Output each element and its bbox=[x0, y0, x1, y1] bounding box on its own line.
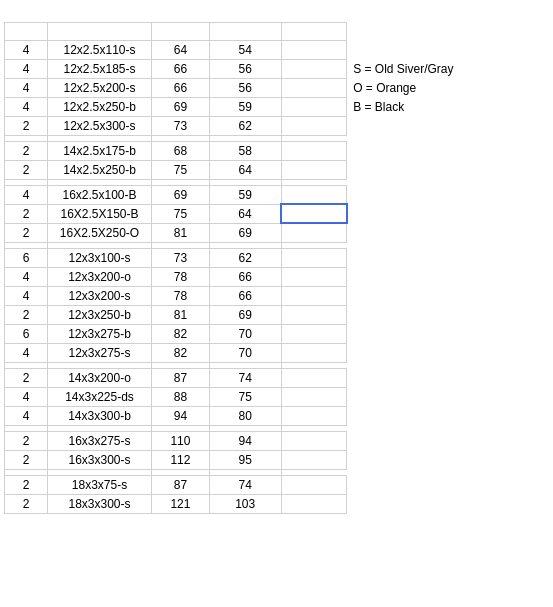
cell-sale: 54 bbox=[209, 40, 281, 59]
cell-sale: 69 bbox=[209, 305, 281, 324]
cell-pn: 12x3x250-b bbox=[48, 305, 152, 324]
header-mspr bbox=[152, 22, 210, 40]
cell-pn: 16x3x275-s bbox=[48, 431, 152, 450]
cell-legend bbox=[347, 185, 460, 204]
cell-extra3 bbox=[460, 494, 549, 513]
title bbox=[5, 4, 282, 22]
cell-mspr: 75 bbox=[152, 204, 210, 223]
cell-pn: 18x3x300-s bbox=[48, 494, 152, 513]
cell-extra3 bbox=[460, 450, 549, 469]
header-qty bbox=[5, 22, 48, 40]
cell-legend bbox=[347, 406, 460, 425]
cell-extra1 bbox=[281, 248, 347, 267]
main-table: 412x2.5x110-s6454412x2.5x185-s6656S = Ol… bbox=[4, 4, 549, 514]
cell-qty: 2 bbox=[5, 368, 48, 387]
cell-legend bbox=[347, 368, 460, 387]
cell-pn: 12x3x200-s bbox=[48, 286, 152, 305]
cell-pn: 18x3x75-s bbox=[48, 475, 152, 494]
cell-sale: 66 bbox=[209, 267, 281, 286]
cell-pn: 12x2.5x185-s bbox=[48, 59, 152, 78]
extra-header-2 bbox=[347, 4, 460, 22]
cell-pn: 14x3x300-b bbox=[48, 406, 152, 425]
cell-qty: 2 bbox=[5, 223, 48, 242]
cell-extra3 bbox=[460, 324, 549, 343]
cell-qty: 2 bbox=[5, 160, 48, 179]
cell-mspr: 68 bbox=[152, 141, 210, 160]
cell-mspr: 88 bbox=[152, 387, 210, 406]
cell-extra1 bbox=[281, 431, 347, 450]
cell-mspr: 87 bbox=[152, 368, 210, 387]
cell-extra3 bbox=[460, 59, 549, 78]
legend-s bbox=[347, 22, 460, 40]
cell-sale: 74 bbox=[209, 475, 281, 494]
cell-extra1 bbox=[281, 78, 347, 97]
cell-pn: 16x2.5x100-B bbox=[48, 185, 152, 204]
cell-sale: 95 bbox=[209, 450, 281, 469]
cell-legend bbox=[347, 267, 460, 286]
cell-qty: 4 bbox=[5, 267, 48, 286]
cell-qty: 4 bbox=[5, 97, 48, 116]
cell-sale: 62 bbox=[209, 116, 281, 135]
extra-header-1 bbox=[281, 4, 347, 22]
cell-extra1 bbox=[281, 116, 347, 135]
cell-extra1 bbox=[281, 141, 347, 160]
cell-pn: 12x3x275-b bbox=[48, 324, 152, 343]
cell-qty: 4 bbox=[5, 78, 48, 97]
cell-sale: 74 bbox=[209, 368, 281, 387]
cell-mspr: 121 bbox=[152, 494, 210, 513]
header-sale bbox=[209, 22, 281, 40]
cell-qty: 2 bbox=[5, 475, 48, 494]
cell-extra1 bbox=[281, 59, 347, 78]
cell-mspr: 66 bbox=[152, 59, 210, 78]
cell-pn: 14x3x225-ds bbox=[48, 387, 152, 406]
cell-qty: 2 bbox=[5, 116, 48, 135]
cell-extra3 bbox=[460, 267, 549, 286]
cell-mspr: 112 bbox=[152, 450, 210, 469]
cell-extra3 bbox=[460, 286, 549, 305]
cell-extra3 bbox=[460, 40, 549, 59]
cell-qty: 4 bbox=[5, 406, 48, 425]
cell-legend bbox=[347, 160, 460, 179]
cell-qty: 2 bbox=[5, 204, 48, 223]
cell-extra3 bbox=[460, 141, 549, 160]
cell-pn: 14x3x200-o bbox=[48, 368, 152, 387]
cell-mspr: 94 bbox=[152, 406, 210, 425]
cell-extra3 bbox=[460, 305, 549, 324]
cell-mspr: 73 bbox=[152, 248, 210, 267]
cell-legend: S = Old Siver/Gray bbox=[347, 59, 460, 78]
cell-sale: 64 bbox=[209, 204, 281, 223]
cell-mspr: 78 bbox=[152, 267, 210, 286]
cell-qty: 4 bbox=[5, 185, 48, 204]
cell-qty: 4 bbox=[5, 343, 48, 362]
cell-extra3 bbox=[460, 343, 549, 362]
cell-legend bbox=[347, 431, 460, 450]
cell-extra3 bbox=[460, 431, 549, 450]
cell-pn: 14x2.5x250-b bbox=[48, 160, 152, 179]
header-extra1 bbox=[281, 22, 347, 40]
cell-extra3 bbox=[460, 223, 549, 242]
cell-extra1 bbox=[281, 406, 347, 425]
cell-qty: 2 bbox=[5, 494, 48, 513]
cell-legend bbox=[347, 475, 460, 494]
cell-mspr: 81 bbox=[152, 223, 210, 242]
cell-extra1 bbox=[281, 324, 347, 343]
cell-qty: 6 bbox=[5, 324, 48, 343]
cell-legend bbox=[347, 223, 460, 242]
cell-extra1 bbox=[281, 40, 347, 59]
cell-pn: 12x3x275-s bbox=[48, 343, 152, 362]
cell-sale: 103 bbox=[209, 494, 281, 513]
cell-qty: 2 bbox=[5, 305, 48, 324]
cell-mspr: 69 bbox=[152, 97, 210, 116]
cell-pn: 12x2.5x250-b bbox=[48, 97, 152, 116]
cell-extra3 bbox=[460, 78, 549, 97]
cell-sale: 70 bbox=[209, 324, 281, 343]
cell-legend bbox=[347, 40, 460, 59]
cell-mspr: 69 bbox=[152, 185, 210, 204]
cell-extra3 bbox=[460, 97, 549, 116]
cell-pn: 12x3x100-s bbox=[48, 248, 152, 267]
header-pn bbox=[48, 22, 152, 40]
cell-pn: 16x3x300-s bbox=[48, 450, 152, 469]
cell-extra1 bbox=[281, 368, 347, 387]
cell-extra1 bbox=[281, 286, 347, 305]
cell-mspr: 110 bbox=[152, 431, 210, 450]
